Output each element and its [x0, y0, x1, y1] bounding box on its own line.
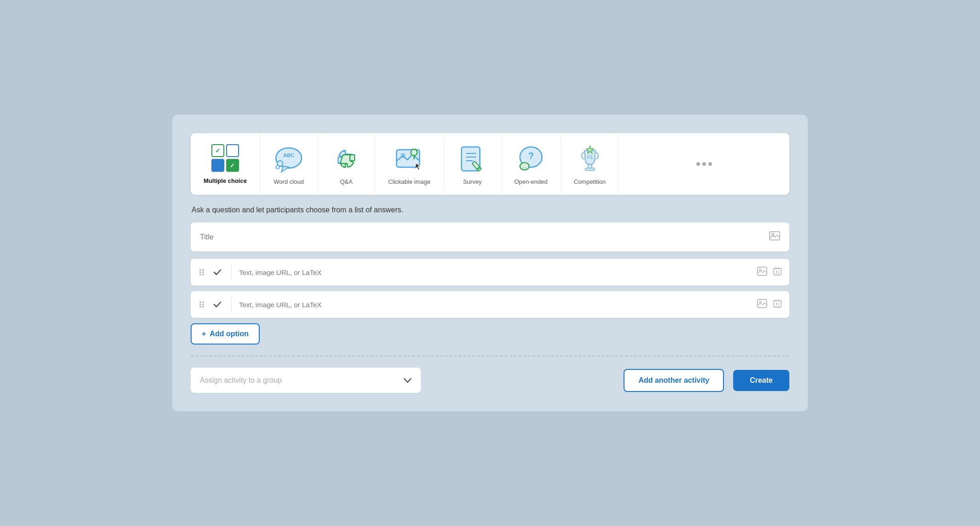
survey-icon — [457, 143, 488, 175]
svg-point-10 — [411, 149, 417, 156]
activity-type-competition[interactable]: #1 Competition — [561, 133, 619, 195]
correct-check-2[interactable] — [211, 299, 224, 310]
competition-icon: #1 — [574, 143, 606, 175]
qa-icon — [331, 143, 362, 175]
svg-text:#1: #1 — [587, 154, 593, 160]
title-input[interactable] — [200, 233, 764, 241]
correct-check-1[interactable] — [211, 267, 224, 277]
option-actions-1 — [757, 266, 782, 279]
option-input-1[interactable] — [239, 269, 752, 276]
svg-point-32 — [199, 274, 201, 275]
chevron-down-icon — [403, 375, 412, 386]
drag-handle-1[interactable] — [198, 268, 205, 277]
svg-point-44 — [199, 304, 201, 305]
option-actions-2 — [757, 298, 782, 311]
svg-rect-23 — [585, 168, 595, 170]
main-container: ✓ ✓ Multiple choice ABC — [172, 115, 808, 411]
svg-point-45 — [202, 304, 204, 305]
svg-point-30 — [199, 271, 201, 273]
svg-rect-22 — [588, 164, 592, 168]
option-divider-2 — [231, 298, 232, 311]
activity-selector: ✓ ✓ Multiple choice ABC — [191, 133, 789, 195]
svg-point-47 — [202, 306, 204, 308]
option-delete-icon-2[interactable] — [773, 298, 782, 311]
assign-group-label: Assign activity to a group — [200, 376, 282, 385]
open-ended-icon: ? ... — [515, 143, 547, 175]
svg-rect-36 — [774, 269, 781, 275]
section-divider — [191, 356, 789, 357]
svg-point-42 — [199, 301, 201, 303]
svg-point-43 — [202, 301, 204, 303]
option-image-icon-1[interactable] — [757, 267, 767, 278]
svg-marker-1 — [281, 166, 289, 172]
svg-text:...: ... — [523, 164, 526, 169]
assign-group-select[interactable]: Assign activity to a group — [191, 368, 421, 393]
add-option-label: Add option — [210, 330, 248, 338]
svg-text:ABC: ABC — [283, 152, 294, 158]
add-another-activity-button[interactable]: Add another activity — [624, 369, 724, 392]
svg-point-33 — [202, 274, 204, 275]
activity-description: Ask a question and let participants choo… — [191, 206, 789, 214]
bottom-row: Assign activity to a group Add another a… — [191, 368, 789, 393]
activity-type-multiple-choice[interactable]: ✓ ✓ Multiple choice — [191, 133, 260, 195]
title-input-wrap — [191, 222, 789, 251]
add-option-button[interactable]: + Add option — [191, 323, 260, 345]
multiple-choice-label: Multiple choice — [204, 177, 247, 184]
svg-rect-50 — [774, 301, 781, 307]
activity-type-open-ended[interactable]: ? ... Open-ended — [502, 133, 561, 195]
word-cloud-label: Word cloud — [274, 178, 304, 185]
clickable-image-icon — [394, 143, 425, 175]
svg-point-4 — [276, 165, 280, 169]
drag-handle-2[interactable] — [198, 300, 205, 309]
option-divider-1 — [231, 265, 232, 279]
option-delete-icon-1[interactable] — [773, 266, 782, 279]
dot1 — [696, 162, 700, 166]
word-cloud-icon: ABC — [273, 143, 304, 175]
dot3 — [708, 162, 712, 166]
competition-label: Competition — [574, 178, 606, 185]
svg-point-46 — [199, 306, 201, 308]
survey-label: Survey — [463, 178, 481, 185]
option-row-2 — [191, 291, 789, 318]
clickable-image-label: Clickable image — [388, 178, 431, 185]
svg-point-31 — [202, 271, 204, 273]
option-image-icon-2[interactable] — [757, 299, 767, 310]
option-row-1 — [191, 259, 789, 286]
add-option-plus-icon: + — [202, 330, 206, 338]
activity-type-word-cloud[interactable]: ABC Word cloud — [260, 133, 318, 195]
svg-rect-7 — [350, 155, 355, 161]
more-button[interactable] — [619, 133, 789, 195]
svg-point-29 — [202, 269, 204, 271]
svg-point-28 — [199, 269, 201, 271]
svg-text:?: ? — [528, 151, 534, 161]
title-image-icon[interactable] — [769, 231, 780, 243]
options-list — [191, 259, 789, 318]
open-ended-label: Open-ended — [514, 178, 548, 185]
create-button[interactable]: Create — [733, 370, 789, 391]
dot2 — [702, 162, 706, 166]
option-input-2[interactable] — [239, 301, 752, 309]
qa-label: Q&A — [340, 178, 352, 185]
activity-type-survey[interactable]: Survey — [444, 133, 502, 195]
activity-type-clickable-image[interactable]: Clickable image — [375, 133, 444, 195]
activity-type-qa[interactable]: Q&A — [318, 133, 375, 195]
multiple-choice-icon: ✓ ✓ — [210, 142, 241, 174]
